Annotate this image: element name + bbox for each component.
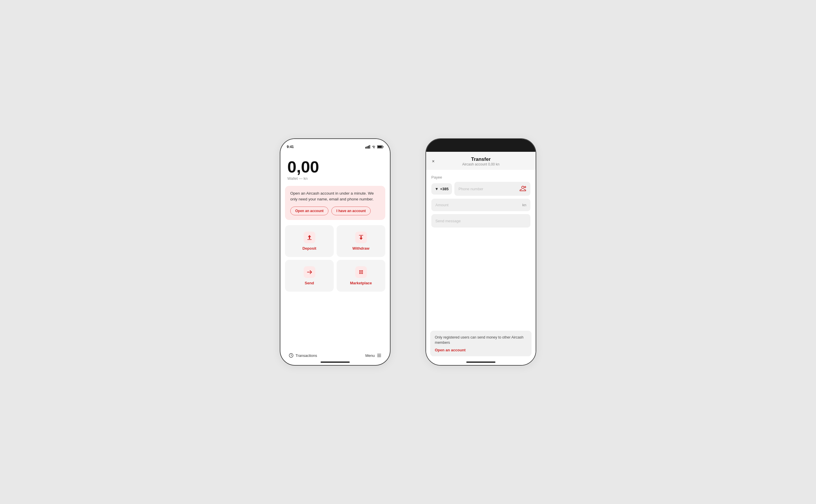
deposit-icon-bg — [304, 232, 315, 243]
transactions-icon — [288, 353, 294, 358]
send-tile[interactable]: Send — [285, 260, 334, 292]
phone-frame-2: × Transfer Aircash account 0,00 kn Payee… — [426, 138, 536, 366]
svg-point-10 — [359, 272, 360, 273]
transfer-modal-body: Payee ▼ +385 Phone number — [426, 170, 536, 365]
svg-rect-1 — [367, 146, 368, 149]
phone1-status-icons — [365, 145, 383, 149]
svg-point-8 — [360, 270, 362, 271]
phone-placeholder-text: Phone number — [459, 187, 483, 191]
svg-point-9 — [362, 270, 363, 271]
payee-label: Payee — [431, 175, 531, 179]
withdraw-icon — [358, 234, 364, 241]
phone1-status-bar: 9:41 — [280, 139, 390, 152]
balance-section: 0,00 Wallet — kn — [280, 152, 390, 181]
phone1-content: 0,00 Wallet — kn Open an Aircash account… — [280, 152, 390, 365]
message-field[interactable]: Send message — [431, 214, 531, 228]
balance-label: Wallet — kn — [287, 176, 383, 181]
phone2-content: × Transfer Aircash account 0,00 kn Payee… — [426, 152, 536, 365]
add-contact-icon[interactable] — [519, 185, 526, 192]
send-label: Send — [305, 281, 314, 285]
svg-point-13 — [359, 273, 360, 274]
country-code-selector[interactable]: ▼ +385 — [431, 183, 452, 195]
marketplace-icon-bg — [355, 266, 367, 278]
withdraw-label: Withdraw — [352, 246, 369, 251]
svg-rect-2 — [368, 146, 369, 149]
flag-icon: ▼ — [435, 187, 439, 191]
promo-buttons: Open an account I have an account — [290, 207, 380, 215]
close-button[interactable]: × — [432, 159, 435, 164]
bottom-nav: Transactions Menu — [280, 353, 390, 358]
send-icon — [306, 269, 313, 275]
battery-icon — [377, 145, 383, 149]
menu-label: Menu — [365, 353, 375, 358]
info-banner-text: Only registered users can send money to … — [435, 335, 527, 346]
withdraw-tile[interactable]: Withdraw — [336, 225, 385, 257]
svg-point-14 — [360, 273, 362, 274]
header-title-group: Transfer Aircash account 0,00 kn — [462, 156, 500, 166]
promo-text: Open an Aircash account in under a minut… — [290, 191, 380, 202]
phone-number-field[interactable]: Phone number — [454, 182, 531, 196]
signal-icon — [365, 145, 370, 149]
payee-row: ▼ +385 Phone number — [431, 182, 531, 196]
svg-rect-6 — [378, 146, 382, 148]
promo-card: Open an Aircash account in under a minut… — [285, 186, 385, 220]
withdraw-icon-bg — [355, 232, 367, 243]
phone2-wrapper: × Transfer Aircash account 0,00 kn Payee… — [426, 152, 536, 365]
phone1-time: 9:41 — [287, 145, 294, 149]
phone2-dark-notch — [426, 139, 536, 152]
action-grid: Deposit Withdraw Send — [285, 225, 385, 292]
balance-amount: 0,00 — [287, 159, 383, 175]
country-code-value: +385 — [440, 187, 449, 191]
marketplace-label: Marketplace — [350, 281, 372, 285]
menu-icon — [376, 353, 382, 358]
home-indicator-2 — [466, 362, 496, 363]
transfer-subtitle: Aircash account 0,00 kn — [462, 162, 500, 166]
add-person-icon — [519, 185, 526, 191]
svg-rect-0 — [365, 147, 366, 149]
info-banner: Only registered users can send money to … — [430, 331, 532, 357]
amount-placeholder: Amount — [436, 203, 449, 207]
svg-rect-5 — [383, 146, 383, 148]
wifi-icon — [371, 145, 375, 149]
svg-point-15 — [362, 273, 363, 274]
deposit-tile[interactable]: Deposit — [285, 225, 334, 257]
svg-point-12 — [362, 272, 363, 273]
transactions-label: Transactions — [295, 353, 317, 358]
menu-nav[interactable]: Menu — [365, 353, 382, 358]
amount-field[interactable]: Amount kn — [431, 199, 531, 211]
transfer-modal-header: × Transfer Aircash account 0,00 kn — [426, 152, 536, 170]
info-banner-link[interactable]: Open an account — [435, 348, 527, 352]
svg-point-7 — [359, 270, 360, 271]
send-icon-bg — [304, 266, 315, 278]
deposit-icon — [306, 234, 313, 241]
transfer-title: Transfer — [462, 156, 500, 162]
message-placeholder: Send message — [436, 219, 461, 223]
currency-label: kn — [522, 203, 526, 207]
marketplace-icon — [358, 269, 364, 275]
transactions-nav[interactable]: Transactions — [288, 353, 317, 358]
svg-point-11 — [360, 272, 362, 273]
deposit-label: Deposit — [302, 246, 316, 251]
open-account-button[interactable]: Open an account — [290, 207, 328, 215]
phone-frame-1: 9:41 0,00 — [280, 138, 390, 366]
have-account-button[interactable]: I have an account — [331, 207, 371, 215]
home-indicator-1 — [320, 362, 350, 363]
svg-point-17 — [522, 186, 524, 188]
marketplace-tile[interactable]: Marketplace — [336, 260, 385, 292]
svg-rect-3 — [369, 145, 370, 149]
